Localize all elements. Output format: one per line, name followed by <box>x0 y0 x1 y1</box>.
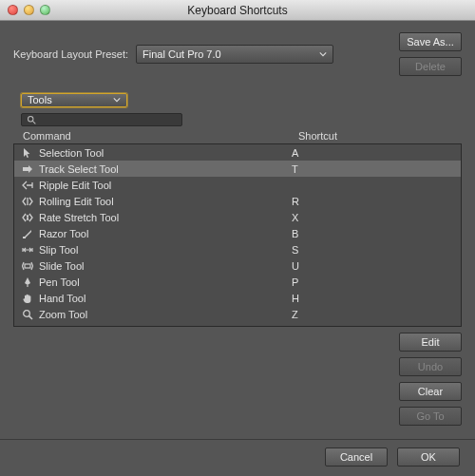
column-shortcut: Shortcut <box>298 130 452 142</box>
cancel-button[interactable]: Cancel <box>325 447 388 466</box>
goto-button[interactable]: Go To <box>399 407 462 426</box>
command-shortcut: U <box>292 260 455 272</box>
slide-icon <box>20 260 35 272</box>
chevron-down-icon <box>319 50 327 58</box>
command-name: Zoom Tool <box>35 309 292 320</box>
hand-icon <box>20 293 35 304</box>
command-row[interactable]: Pen ToolP <box>14 274 461 290</box>
command-name: Rolling Edit Tool <box>35 196 292 207</box>
svg-line-1 <box>32 121 35 124</box>
chevron-down-icon <box>113 96 121 104</box>
svg-point-0 <box>28 116 33 121</box>
search-icon <box>27 115 36 125</box>
ok-button[interactable]: OK <box>397 447 460 466</box>
list-header: Command Shortcut <box>13 130 462 143</box>
command-row[interactable]: Slide ToolU <box>14 257 461 274</box>
dialog-buttons: Cancel OK <box>13 447 462 466</box>
pen-icon <box>20 276 35 288</box>
close-window-button[interactable] <box>8 5 18 15</box>
search-field[interactable] <box>21 113 182 126</box>
filter-value: Tools <box>28 94 52 105</box>
command-name: Slide Tool <box>35 260 292 272</box>
command-row[interactable]: Zoom ToolZ <box>14 306 461 322</box>
command-row[interactable]: Razor ToolB <box>14 225 461 241</box>
zoom-icon <box>20 309 35 320</box>
command-shortcut: T <box>292 163 455 175</box>
track-select-icon <box>20 163 35 175</box>
dialog-body: Keyboard Layout Preset: Final Cut Pro 7.… <box>0 21 475 476</box>
command-row[interactable]: Rolling Edit ToolR <box>14 193 461 209</box>
column-command: Command <box>23 130 298 142</box>
preset-value: Final Cut Pro 7.0 <box>142 48 221 60</box>
edit-button[interactable]: Edit <box>399 333 462 352</box>
command-shortcut: X <box>292 212 455 223</box>
razor-icon <box>20 228 35 239</box>
separator <box>0 439 475 440</box>
window-controls <box>8 5 50 15</box>
command-name: Razor Tool <box>35 228 292 239</box>
command-shortcut: R <box>292 196 455 207</box>
command-list[interactable]: Selection ToolATrack Select ToolTRipple … <box>13 143 462 327</box>
search-input[interactable] <box>38 114 177 125</box>
window-titlebar: Keyboard Shortcuts <box>0 0 475 21</box>
command-shortcut: A <box>292 147 455 159</box>
minimize-window-button[interactable] <box>24 5 34 15</box>
cursor-icon <box>20 147 35 159</box>
command-name: Ripple Edit Tool <box>35 180 292 191</box>
clear-button[interactable]: Clear <box>399 382 462 401</box>
command-name: Track Select Tool <box>35 163 292 175</box>
command-name: Selection Tool <box>35 147 292 159</box>
command-name: Hand Tool <box>35 293 292 304</box>
list-buttons: Edit Undo Clear Go To <box>13 333 462 426</box>
command-row[interactable]: Selection ToolA <box>14 144 461 161</box>
rate-icon <box>20 212 35 223</box>
command-row[interactable]: Track Select ToolT <box>14 161 461 177</box>
command-shortcut: B <box>292 228 455 239</box>
preset-label: Keyboard Layout Preset: <box>13 48 128 60</box>
command-shortcut: S <box>292 244 455 256</box>
command-name: Pen Tool <box>35 276 292 288</box>
command-name: Slip Tool <box>35 244 292 256</box>
command-row[interactable]: Hand ToolH <box>14 290 461 306</box>
window-title: Keyboard Shortcuts <box>0 4 475 17</box>
preset-row: Keyboard Layout Preset: Final Cut Pro 7.… <box>13 32 462 76</box>
ripple-icon <box>20 180 35 191</box>
command-shortcut: Z <box>292 309 455 320</box>
preset-select[interactable]: Final Cut Pro 7.0 <box>136 45 333 64</box>
delete-button[interactable]: Delete <box>399 57 462 76</box>
command-row[interactable]: Ripple Edit Tool <box>14 177 461 193</box>
rolling-icon <box>20 196 35 207</box>
filter-select[interactable]: Tools <box>21 93 127 107</box>
command-row[interactable]: Rate Stretch ToolX <box>14 209 461 225</box>
undo-button[interactable]: Undo <box>399 357 462 376</box>
save-as-button[interactable]: Save As... <box>399 32 462 51</box>
command-name: Rate Stretch Tool <box>35 212 292 223</box>
slip-icon <box>20 244 35 256</box>
command-row[interactable]: Slip ToolS <box>14 241 461 257</box>
command-shortcut: H <box>292 293 455 304</box>
zoom-window-button[interactable] <box>40 5 50 15</box>
command-shortcut: P <box>292 276 455 288</box>
